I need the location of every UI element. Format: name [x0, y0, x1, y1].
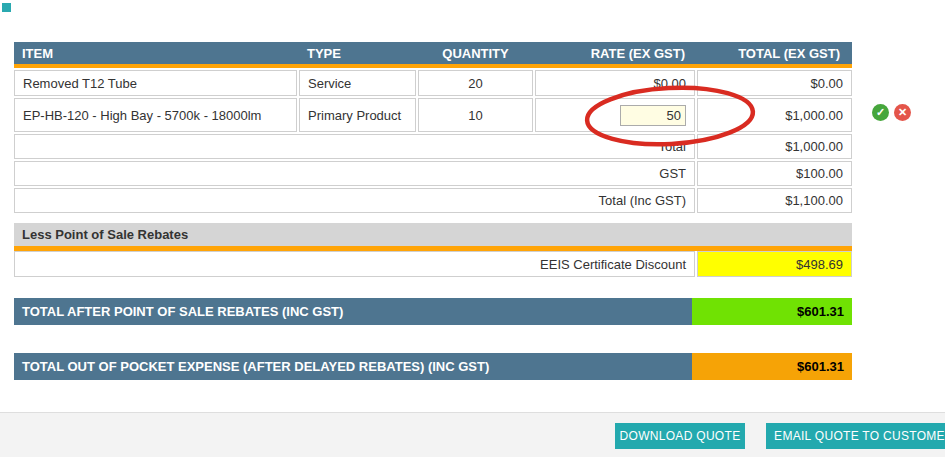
row-edit-actions: ✓ ✕	[872, 104, 911, 121]
rate-cell: $0.00	[535, 70, 695, 96]
summary-row-gst: GST $100.00	[14, 161, 852, 186]
table-header-row: ITEM TYPE QUANTITY RATE (EX GST) TOTAL (…	[14, 42, 852, 64]
item-cell: EP-HB-120 - High Bay - 5700k - 18000lm	[14, 98, 297, 132]
type-cell: Service	[299, 70, 416, 96]
table-row: EP-HB-120 - High Bay - 5700k - 18000lm P…	[14, 98, 852, 132]
total-after-pos-value: $601.31	[692, 298, 852, 325]
corner-accent	[2, 3, 11, 12]
item-cell: Removed T12 Tube	[14, 70, 297, 96]
header-item: ITEM	[14, 46, 299, 61]
summary-label: Total (Inc GST)	[14, 188, 695, 213]
quote-table: ITEM TYPE QUANTITY RATE (EX GST) TOTAL (…	[14, 42, 852, 380]
total-out-of-pocket-row: TOTAL OUT OF POCKET EXPENSE (AFTER DELAY…	[14, 353, 852, 380]
total-cell: $1,000.00	[697, 98, 852, 132]
summary-value: $100.00	[697, 161, 852, 186]
total-out-of-pocket-value: $601.31	[692, 353, 852, 380]
quantity-cell: 20	[418, 70, 533, 96]
total-after-pos-label: TOTAL AFTER POINT OF SALE REBATES (INC G…	[14, 298, 692, 325]
summary-value: $1,100.00	[697, 188, 852, 213]
footer-bar: DOWNLOAD QUOTE EMAIL QUOTE TO CUSTOMER	[0, 412, 945, 457]
cancel-icon[interactable]: ✕	[894, 104, 911, 121]
email-quote-button[interactable]: EMAIL QUOTE TO CUSTOMER	[766, 423, 945, 449]
total-after-pos-row: TOTAL AFTER POINT OF SALE REBATES (INC G…	[14, 298, 852, 325]
summary-row-total: Total $1,000.00	[14, 134, 852, 159]
type-cell: Primary Product	[299, 98, 416, 132]
header-underline	[14, 64, 852, 68]
table-row: Removed T12 Tube Service 20 $0.00 $0.00	[14, 70, 852, 96]
confirm-icon[interactable]: ✓	[872, 104, 889, 121]
header-quantity: QUANTITY	[418, 46, 533, 61]
rebates-section-header: Less Point of Sale Rebates	[14, 223, 852, 246]
rebate-value: $498.69	[697, 251, 852, 277]
summary-label: GST	[14, 161, 695, 186]
total-out-of-pocket-label: TOTAL OUT OF POCKET EXPENSE (AFTER DELAY…	[14, 353, 692, 380]
rate-cell	[535, 98, 695, 132]
summary-row-total-inc-gst: Total (Inc GST) $1,100.00	[14, 188, 852, 213]
rebate-label: EEIS Certificate Discount	[14, 251, 695, 277]
header-type: TYPE	[299, 46, 418, 61]
total-cell: $0.00	[697, 70, 852, 96]
header-total: TOTAL (EX GST)	[693, 46, 848, 61]
summary-label: Total	[14, 134, 695, 159]
rate-input[interactable]	[620, 105, 686, 126]
download-quote-button[interactable]: DOWNLOAD QUOTE	[615, 423, 745, 449]
quantity-cell: 10	[418, 98, 533, 132]
summary-value: $1,000.00	[697, 134, 852, 159]
rebate-row: EEIS Certificate Discount $498.69	[14, 251, 852, 277]
header-rate: RATE (EX GST)	[533, 46, 693, 61]
